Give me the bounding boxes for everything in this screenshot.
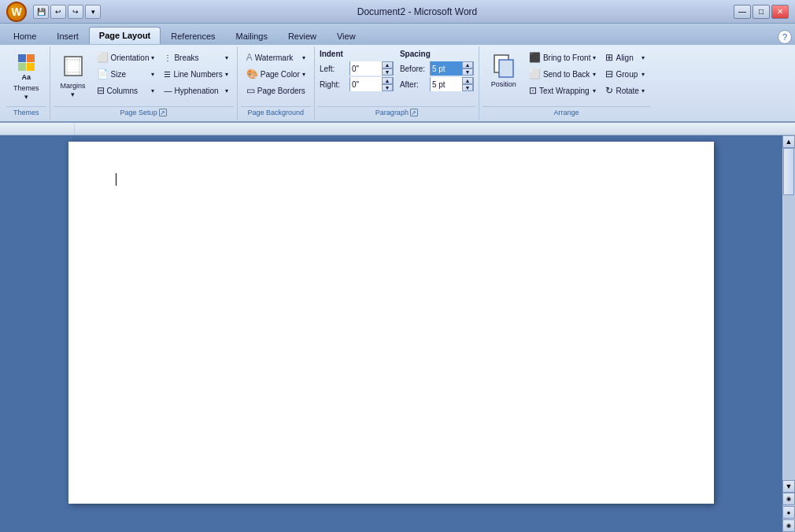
spacing-after-label: After: xyxy=(400,80,427,89)
rotate-button[interactable]: ↻ Rotate ▾ xyxy=(601,83,648,98)
window-controls: — □ ✕ xyxy=(734,5,789,19)
send-to-back-button[interactable]: ⬜ Send to Back ▾ xyxy=(525,66,601,82)
scroll-down-button[interactable]: ▼ xyxy=(782,480,795,493)
orientation-icon: ⬜ xyxy=(97,52,109,63)
page-background-group: A Watermark ▾ 🎨 Page Color ▾ ▭ Page Bord… xyxy=(238,46,315,120)
spacing-after-input[interactable]: 5 pt xyxy=(431,77,462,91)
indent-right-label: Right: xyxy=(320,80,347,89)
page-borders-icon: ▭ xyxy=(246,85,255,96)
line-numbers-button[interactable]: ☰ Line Numbers ▾ xyxy=(160,66,231,82)
customize-quick-btn[interactable]: ▾ xyxy=(85,5,101,19)
size-button[interactable]: 📄 Size ▾ xyxy=(93,66,159,82)
text-wrapping-arrow: ▾ xyxy=(593,87,596,94)
columns-button[interactable]: ⊟ Columns ▾ xyxy=(93,83,159,98)
undo-quick-btn[interactable]: ↩ xyxy=(50,5,66,19)
text-wrapping-label: Text Wrapping xyxy=(539,87,590,95)
text-wrapping-button[interactable]: ⊡ Text Wrapping ▾ xyxy=(525,83,601,98)
spacing-before-up[interactable]: ▲ xyxy=(462,61,473,68)
paragraph-group: Indent Left: 0" ▲ ▼ xyxy=(315,46,479,120)
spacing-after-up[interactable]: ▲ xyxy=(462,77,473,84)
paragraph-expand[interactable]: ↗ xyxy=(410,109,418,116)
minimize-button[interactable]: — xyxy=(734,5,751,19)
office-button[interactable]: W xyxy=(6,2,27,22)
tab-home[interactable]: Home xyxy=(3,27,46,44)
spacing-group: Spacing Before: 5 pt ▲ ▼ xyxy=(400,50,474,91)
spacing-after-down[interactable]: ▼ xyxy=(462,84,473,91)
maximize-button[interactable]: □ xyxy=(752,5,770,19)
indent-left-input[interactable]: 0" xyxy=(350,61,382,76)
align-icon: ⊞ xyxy=(605,52,613,63)
bring-to-front-icon: ⬛ xyxy=(529,52,541,63)
tab-review[interactable]: Review xyxy=(278,27,327,44)
text-cursor xyxy=(116,173,116,186)
spacing-after-row: After: 5 pt ▲ ▼ xyxy=(400,77,474,91)
paragraph-group-label: Paragraph ↗ xyxy=(318,106,475,118)
page-color-button[interactable]: 🎨 Page Color ▾ xyxy=(242,66,309,82)
scroll-prev-page[interactable]: ◉ xyxy=(782,493,795,505)
scroll-track[interactable] xyxy=(782,148,795,480)
scroll-select[interactable]: ● xyxy=(782,506,795,519)
scroll-next-page[interactable]: ◉ xyxy=(782,519,795,532)
themes-group-label: Themes xyxy=(6,106,46,118)
scroll-extras: ◉ ● ◉ xyxy=(782,493,795,532)
redo-quick-btn[interactable]: ↪ xyxy=(68,5,83,19)
line-numbers-label: Line Numbers xyxy=(173,70,222,79)
arrange-group-label: Arrange xyxy=(483,106,650,118)
indent-left-up[interactable]: ▲ xyxy=(382,61,393,68)
align-label: Align xyxy=(616,54,633,62)
svg-rect-0 xyxy=(65,57,82,76)
scroll-thumb[interactable] xyxy=(783,148,794,195)
watermark-button[interactable]: A Watermark ▾ xyxy=(242,50,309,65)
margins-button[interactable]: Margins▾ xyxy=(55,50,91,105)
arrange-group-content: Position ⬛ Bring to Front ▾ ⬜ Send to Ba… xyxy=(483,48,650,106)
hyphenation-button[interactable]: — Hyphenation ▾ xyxy=(160,83,231,98)
spacing-before-down[interactable]: ▼ xyxy=(462,68,473,76)
bring-to-front-label: Bring to Front xyxy=(543,54,591,62)
title-text: Document2 - Microsoft Word xyxy=(101,6,734,17)
close-button[interactable]: ✕ xyxy=(771,5,789,19)
columns-icon: ⊟ xyxy=(97,85,105,96)
help-button[interactable]: ? xyxy=(778,30,792,44)
indent-left-label: Left: xyxy=(320,65,347,73)
page-color-label: Page Color xyxy=(261,70,300,79)
document-page[interactable] xyxy=(68,142,714,504)
tab-mailings[interactable]: Mailings xyxy=(226,27,278,44)
group-arrow: ▾ xyxy=(642,71,645,78)
spacing-before-input[interactable]: 5 pt xyxy=(431,61,462,76)
group-button[interactable]: ⊟ Group ▾ xyxy=(601,66,648,82)
tab-view[interactable]: View xyxy=(327,27,366,44)
orientation-arrow: ▾ xyxy=(151,54,154,61)
orientation-button[interactable]: ⬜ Orientation ▾ xyxy=(93,50,159,65)
page-background-group-label: Page Background xyxy=(241,106,311,118)
indent-right-up[interactable]: ▲ xyxy=(382,77,393,84)
margins-icon xyxy=(62,55,84,82)
group-label: Group xyxy=(616,70,638,79)
tab-insert[interactable]: Insert xyxy=(46,27,89,44)
bring-to-front-button[interactable]: ⬛ Bring to Front ▾ xyxy=(525,50,601,65)
ribbon: Home Insert Page Layout References Maili… xyxy=(0,24,795,123)
document-scroll xyxy=(0,135,782,532)
page-setup-group: Margins▾ ⬜ Orientation ▾ 📄 Size ▾ xyxy=(50,46,238,120)
scroll-up-button[interactable]: ▲ xyxy=(782,135,795,148)
tab-page-layout[interactable]: Page Layout xyxy=(89,27,161,44)
page-setup-group-content: Margins▾ ⬜ Orientation ▾ 📄 Size ▾ xyxy=(54,48,234,106)
page-color-icon: 🎨 xyxy=(246,68,258,79)
vertical-scrollbar: ▲ ▼ ◉ ● ◉ xyxy=(782,135,795,532)
position-button[interactable]: Position xyxy=(484,50,523,105)
page-borders-label: Page Borders xyxy=(257,87,305,95)
themes-icon: Aa xyxy=(17,53,36,83)
page-borders-button[interactable]: ▭ Page Borders xyxy=(242,83,309,98)
office-logo: W xyxy=(11,6,21,18)
indent-left-down[interactable]: ▼ xyxy=(382,68,393,76)
indent-right-input[interactable]: 0" xyxy=(350,77,382,91)
page-color-arrow: ▾ xyxy=(302,71,305,78)
save-quick-btn[interactable]: 💾 xyxy=(33,5,49,19)
breaks-button[interactable]: ⋮ Breaks ▾ xyxy=(160,50,231,65)
themes-button[interactable]: Aa Themes▾ xyxy=(8,50,45,105)
tab-references[interactable]: References xyxy=(161,27,225,44)
breaks-label: Breaks xyxy=(174,54,198,62)
breaks-icon: ⋮ xyxy=(164,54,172,62)
indent-right-down[interactable]: ▼ xyxy=(382,84,393,91)
align-button[interactable]: ⊞ Align ▾ xyxy=(601,50,648,65)
page-setup-expand[interactable]: ↗ xyxy=(159,109,167,116)
